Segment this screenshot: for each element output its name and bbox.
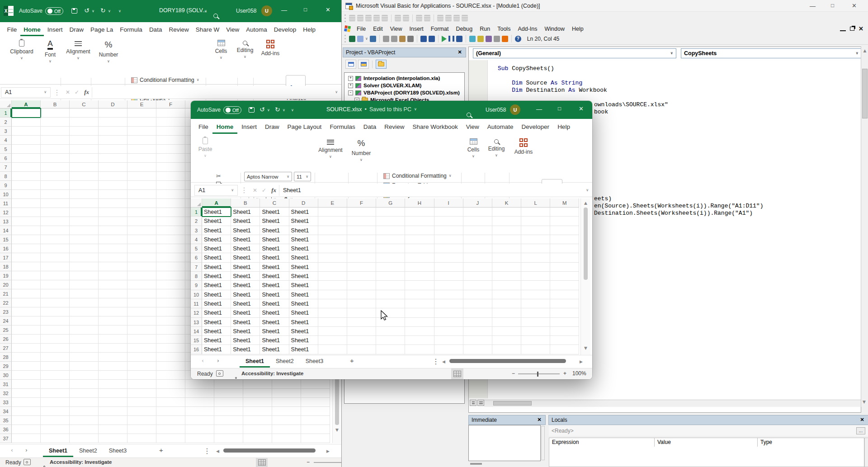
cell-F7[interactable] [156,163,185,172]
view-excel-icon[interactable] [349,36,355,42]
redo-icon[interactable] [429,36,435,42]
document-title-area[interactable]: SOURCE.xlsx • Saved to this PC ∨ [326,106,417,113]
cell-E15[interactable] [318,336,347,345]
row-header-14[interactable]: 14 [0,226,12,235]
view-code-button[interactable] [345,60,356,69]
ribbon-tab-review[interactable]: Review [380,120,408,134]
menu-addins[interactable]: Add-Ins [514,25,541,33]
cell-C18[interactable] [70,262,99,271]
project-tree-item[interactable]: +Solver (SOLVER.XLAM) [344,82,464,89]
cell-K35[interactable] [301,416,330,425]
indent-icon[interactable] [382,15,388,21]
document-title[interactable]: DORY189 (SOLV... [159,7,207,14]
cell-K7[interactable] [492,263,521,272]
cell-A23[interactable] [12,307,41,316]
cell-A37[interactable] [12,434,41,443]
locals-column-expression[interactable]: Expression [549,438,655,447]
cell-F15[interactable] [156,235,185,244]
cell-B15[interactable] [41,235,70,244]
cells-group-button[interactable]: Cells∨ [463,138,484,158]
cell-A9[interactable]: Sheet1 [202,281,231,290]
cell-E32[interactable] [127,389,156,398]
row-header-7[interactable]: 7 [0,163,12,172]
cell-A36[interactable] [12,425,41,434]
cell-C15[interactable] [70,235,99,244]
cell-I1[interactable] [434,208,463,217]
row-header-3[interactable]: 3 [0,127,12,136]
cell-E14[interactable] [127,226,156,235]
cell-B3[interactable] [41,127,70,136]
cell-E8[interactable] [127,172,156,181]
cell-I4[interactable] [434,235,463,244]
next-sheet-icon[interactable]: › [25,447,28,453]
cell-B37[interactable] [41,434,70,443]
cell-D11[interactable] [99,199,127,208]
mdi-minimize-button[interactable] [840,26,846,31]
cell-A29[interactable] [12,362,41,371]
cell-B14[interactable]: Sheet1 [231,327,260,336]
search-icon[interactable] [467,113,471,117]
complete-word-icon[interactable] [357,15,363,21]
cell-B26[interactable] [41,335,70,344]
row-header-2[interactable]: 2 [0,118,12,127]
cell-E25[interactable] [127,325,156,335]
conditional-formatting-button[interactable]: Conditional Formatting∨ [383,173,452,179]
mdi-close-button[interactable]: ✕ [859,25,863,32]
zoom-slider[interactable] [518,373,560,374]
cell-A13[interactable] [12,217,41,226]
row-header-20[interactable]: 20 [0,280,12,289]
cell-D7[interactable] [99,163,127,172]
cut-icon[interactable]: ✂ [216,173,221,179]
row-header-11[interactable]: 11 [0,199,12,208]
menu-format[interactable]: Format [427,25,453,33]
scroll-down-icon[interactable]: ▼ [333,428,341,432]
cell-D1[interactable]: Sheet1 [289,208,318,217]
cell-J36[interactable] [272,425,301,434]
cell-K13[interactable] [492,318,521,327]
close-icon[interactable]: ✕ [859,417,865,423]
cell-D10[interactable]: Sheet1 [289,290,318,299]
cell-G13[interactable] [376,318,405,327]
minimize-button[interactable]: — [536,106,542,113]
row-header-15[interactable]: 15 [0,235,12,244]
cell-C30[interactable] [70,371,99,380]
cell-E17[interactable] [127,253,156,262]
cell-E4[interactable] [127,136,156,145]
redo-icon[interactable]: ↻ [100,7,106,14]
locals-header[interactable]: Locals ✕ [548,415,868,425]
cell-C25[interactable] [70,325,99,335]
conditional-formatting-button[interactable]: Conditional Formatting∨ [131,77,199,83]
search-icon[interactable] [213,14,218,18]
cell-C2[interactable]: Sheet1 [260,217,289,226]
cell-F7[interactable] [347,263,376,272]
accessibility-status[interactable]: Accessibility: Investigate [241,371,303,376]
user-name[interactable]: User058 [486,107,506,113]
cell-A8[interactable] [12,172,41,181]
scroll-left-icon[interactable]: ◀ [442,359,445,364]
cell-B20[interactable] [41,280,70,289]
cell-F37[interactable] [156,434,185,443]
cell-D3[interactable]: Sheet1 [289,226,318,235]
object-browser-icon[interactable] [494,36,500,42]
undo-icon[interactable] [420,36,427,42]
minimize-button[interactable]: — [810,3,816,9]
cell-J37[interactable] [272,434,301,443]
cell-M12[interactable] [550,308,579,317]
cell-A31[interactable] [12,380,41,389]
ribbon-tab-view[interactable]: View [462,120,483,134]
comment-block-icon[interactable] [416,15,422,21]
cell-A14[interactable]: Sheet1 [202,327,231,336]
column-header-D[interactable]: D [289,198,318,208]
cell-G11[interactable] [376,299,405,308]
row-header-6[interactable]: 6 [191,253,202,262]
cell-L13[interactable] [521,318,550,327]
cell-B24[interactable] [41,316,70,325]
cell-E23[interactable] [127,307,156,316]
cell-J5[interactable] [463,244,492,253]
zoom-out-button[interactable]: − [307,459,310,465]
row-header-10[interactable]: 10 [0,190,12,199]
cell-E8[interactable] [318,272,347,281]
cell-I37[interactable] [243,434,272,443]
ribbon-tab-formulas[interactable]: Formulas [326,120,359,134]
cell-B5[interactable]: Sheet1 [231,244,260,253]
